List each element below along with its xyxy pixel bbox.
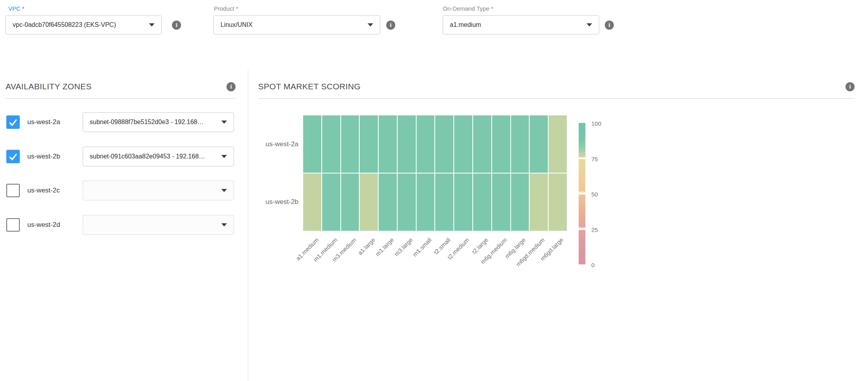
az-checkbox-us-west-2a[interactable]: [6, 115, 20, 129]
az-row-us-west-2c: us-west-2c: [6, 181, 236, 200]
vpc-required-asterisk: *: [22, 5, 25, 12]
az-zone-label: us-west-2d: [27, 215, 60, 235]
az-checkbox-us-west-2b[interactable]: [6, 150, 20, 163]
az-checkbox-us-west-2d[interactable]: [6, 218, 20, 232]
chevron-down-icon: [368, 23, 373, 26]
legend-tick-50: 50: [591, 191, 598, 198]
heatmap-cell-us-west-2a-a1.medium: [303, 115, 321, 173]
heatmap-cell-us-west-2b-t2.large: [473, 174, 491, 231]
legend-tick-0: 0: [591, 262, 594, 269]
product-select-value: Linux/UNIX: [221, 21, 253, 28]
subnet-select-us-west-2d: [83, 215, 234, 235]
heatmap-cell-us-west-2a-a1.large: [360, 115, 378, 173]
checkmark-icon: [8, 117, 18, 127]
on-demand-type-field: On-Demand Type * a1.medium i: [440, 5, 614, 34]
legend-tick-25: 25: [591, 226, 598, 234]
product-label-text: Product: [214, 5, 234, 12]
product-field: Product * Linux/UNIX i: [211, 5, 395, 34]
heatmap-cell-us-west-2b-m6gd.large: [549, 174, 567, 231]
on-demand-type-label: On-Demand Type *: [440, 5, 614, 12]
chevron-down-icon: [587, 23, 592, 26]
heatmap-cell-us-west-2a-m3.large: [398, 115, 416, 173]
chevron-down-icon: [221, 121, 227, 124]
subnet-select-us-west-2a[interactable]: subnet-09888f7be5152d0e3 - 192.168…: [83, 112, 234, 132]
availability-zones-title: AVAILABILITY ZONES: [6, 82, 92, 91]
availability-zones-divider: [6, 98, 236, 99]
chevron-down-icon: [149, 23, 155, 26]
product-select[interactable]: Linux/UNIX: [213, 15, 380, 34]
heatmap-cell-us-west-2a-m6gd.medium: [530, 115, 548, 173]
az-zone-label: us-west-2b: [27, 147, 60, 166]
heatmap-cell-us-west-2a-t2.large: [473, 115, 491, 173]
x-axis-label-m1.small: m1.small: [411, 236, 432, 258]
heatmap-cell-us-west-2a-m3.medium: [341, 115, 359, 173]
heatmap-cell-us-west-2a-m6g.large: [511, 115, 529, 173]
heatmap-cell-us-west-2b-a1.medium: [303, 174, 321, 231]
heatmap-cell-us-west-2b-m1.small: [417, 174, 435, 231]
heatmap-color-legend: [579, 123, 585, 264]
heatmap-cell-us-west-2b-m3.medium: [341, 174, 359, 231]
heatmap-cell-us-west-2a-m1.medium: [322, 115, 340, 173]
product-label: Product *: [211, 5, 395, 12]
az-row-us-west-2a: us-west-2asubnet-09888f7be5152d0e3 - 192…: [6, 112, 236, 132]
vpc-label-text: VPC: [8, 5, 21, 12]
spot-score-heatmap: [303, 115, 567, 231]
az-zone-label: us-west-2c: [27, 181, 60, 200]
vpc-field: VPC * vpc-0adcb70f645508223 (EKS-VPC) i: [6, 5, 181, 34]
subnet-select-value: subnet-091c603aa82e09453 - 192.168…: [90, 153, 205, 160]
spot-market-scoring-title: SPOT MARKET SCORING: [258, 82, 360, 91]
az-checkbox-us-west-2c[interactable]: [6, 184, 20, 197]
az-row-us-west-2b: us-west-2bsubnet-091c603aa82e09453 - 192…: [6, 147, 236, 166]
subnet-select-value: subnet-09888f7be5152d0e3 - 192.168…: [90, 119, 204, 126]
page: VPC * vpc-0adcb70f645508223 (EKS-VPC) i …: [0, 0, 868, 381]
heatmap-cell-us-west-2b-m6gd.medium: [530, 174, 548, 231]
spot-market-scoring-section: SPOT MARKET SCORING i us-west-2aus-west-…: [258, 81, 855, 99]
heatmap-cell-us-west-2b-a1.large: [360, 174, 378, 231]
on-demand-type-info-icon[interactable]: i: [605, 21, 614, 30]
heatmap-cell-us-west-2b-m1.large: [379, 174, 397, 231]
az-row-us-west-2d: us-west-2d: [6, 215, 236, 235]
heatmap-cell-us-west-2b-m6g.medium: [492, 174, 510, 231]
legend-tick-75: 75: [591, 156, 598, 163]
az-zone-label: us-west-2a: [27, 112, 60, 132]
vpc-info-icon[interactable]: i: [172, 21, 181, 30]
heatmap-cell-us-west-2a-t2.small: [435, 115, 453, 173]
checkmark-icon: [8, 151, 18, 162]
heatmap-cell-us-west-2a-t2.medium: [454, 115, 472, 173]
product-info-icon[interactable]: i: [386, 21, 395, 30]
product-required-asterisk: *: [236, 5, 238, 12]
heatmap-cell-us-west-2a-m6gd.large: [549, 115, 567, 173]
spot-market-scoring-divider: [258, 98, 855, 99]
chevron-down-icon: [221, 189, 227, 192]
legend-tick-100: 100: [591, 120, 601, 127]
heatmap-cell-us-west-2b-m3.large: [398, 174, 416, 231]
x-axis-label-a1.large: a1.large: [356, 236, 376, 256]
heatmap-cell-us-west-2a-m1.small: [417, 115, 435, 173]
vpc-label: VPC *: [6, 5, 181, 12]
on-demand-type-required-asterisk: *: [491, 5, 493, 12]
on-demand-type-select-value: a1.medium: [450, 21, 481, 28]
heatmap-cell-us-west-2a-m6g.medium: [492, 115, 510, 173]
chevron-down-icon: [221, 223, 227, 226]
subnet-select-us-west-2b[interactable]: subnet-091c603aa82e09453 - 192.168…: [83, 147, 234, 166]
heatmap-cell-us-west-2b-t2.medium: [454, 174, 472, 231]
subnet-select-us-west-2c: [83, 181, 234, 200]
availability-zones-info-icon[interactable]: i: [226, 82, 236, 91]
heatmap-cell-us-west-2a-m1.large: [379, 115, 397, 173]
y-axis-label-us-west-2b: us-west-2b: [258, 198, 298, 206]
on-demand-type-select[interactable]: a1.medium: [443, 15, 599, 34]
y-axis-label-us-west-2a: us-west-2a: [258, 140, 298, 148]
spot-market-scoring-info-icon[interactable]: i: [845, 82, 855, 91]
x-axis-label-m1.large: m1.large: [374, 236, 395, 257]
x-axis-label-t2.large: t2.large: [470, 236, 489, 255]
chevron-down-icon: [221, 155, 227, 158]
heatmap-cell-us-west-2b-m1.medium: [322, 174, 340, 231]
on-demand-type-label-text: On-Demand Type: [443, 5, 489, 12]
x-axis-label-m3.large: m3.large: [393, 236, 414, 257]
vpc-select[interactable]: vpc-0adcb70f645508223 (EKS-VPC): [6, 15, 162, 34]
availability-zones-section: AVAILABILITY ZONES i us-west-2asubnet-09…: [6, 81, 236, 99]
section-divider: [248, 70, 248, 381]
heatmap-cell-us-west-2b-m6g.large: [511, 174, 529, 231]
vpc-select-value: vpc-0adcb70f645508223 (EKS-VPC): [13, 21, 116, 28]
heatmap-cell-us-west-2b-t2.small: [435, 174, 453, 231]
